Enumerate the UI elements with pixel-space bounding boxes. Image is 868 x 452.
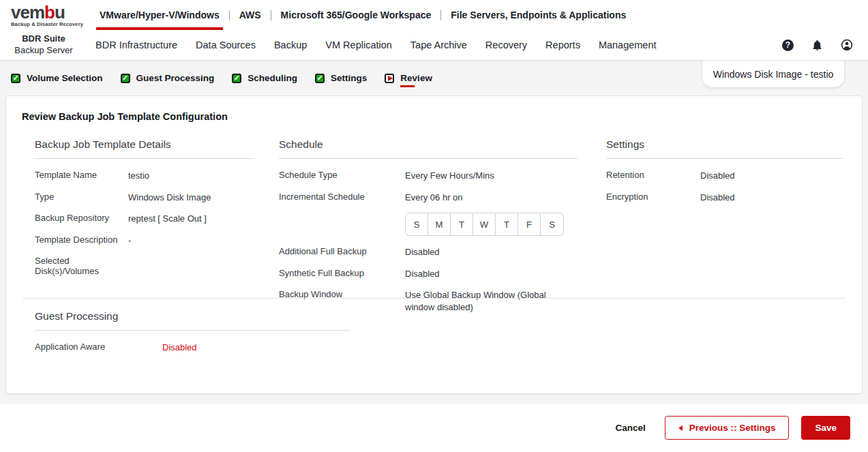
page-root: vembu Backup & Disaster Recovery VMware/… — [0, 0, 868, 452]
day-wednesday: W — [473, 213, 496, 235]
logo-text: vem — [11, 2, 44, 22]
nav-separator — [440, 10, 441, 20]
day-saturday: S — [541, 213, 563, 235]
footer-actions: Cancel Previous :: Settings Save — [0, 404, 868, 452]
vembu-wordmark: vembu — [11, 3, 91, 21]
step-label: Scheduling — [248, 73, 297, 83]
field-label: Synthetic Full Backup — [279, 268, 405, 278]
play-icon — [385, 74, 394, 83]
field-value: Disabled — [700, 192, 735, 204]
section-heading: Backup Job Template Details — [35, 138, 254, 159]
day-monday: M — [428, 213, 451, 235]
nav-management[interactable]: Management — [599, 40, 657, 50]
top-nav-vmware-hyperv-windows[interactable]: VMware/Hyper-V/Windows — [100, 0, 220, 30]
job-tab[interactable]: Windows Disk Image - testio — [702, 61, 845, 88]
nav-vm-replication[interactable]: VM Replication — [325, 40, 392, 50]
product-suite-label: BDR Suite — [11, 33, 76, 45]
checkmark-icon — [232, 74, 241, 83]
main-nav: BDR Infrastructure Data Sources Backup V… — [95, 40, 657, 50]
section-schedule: Schedule Schedule Type Every Few Hours/M… — [279, 138, 578, 322]
section-heading: Settings — [606, 138, 843, 159]
field-value: testio — [128, 170, 149, 182]
settings-row-encryption: Encryption Disabled — [606, 192, 843, 204]
checkmark-icon — [11, 74, 20, 83]
field-label: Application Aware — [35, 342, 162, 352]
day-sunday: S — [406, 213, 428, 235]
previous-button-label: Previous :: Settings — [689, 423, 776, 433]
section-guest-processing: Guest Processing Application Aware Disab… — [35, 310, 350, 363]
week-days-strip: S M T W T F S — [405, 213, 564, 236]
top-nav-microsoft365-google-workspace[interactable]: Microsoft 365/Google Workspace — [281, 0, 432, 30]
field-value: Disabled — [700, 170, 735, 182]
field-label: Additional Full Backup — [279, 246, 405, 256]
header-icons — [782, 39, 853, 51]
nav-separator — [271, 10, 271, 20]
schedule-row-incremental: Incremental Schedule Every 06 hr on — [279, 192, 578, 204]
field-label: Template Description — [35, 235, 128, 245]
field-value: Every 06 hr on — [405, 192, 463, 204]
field-value: Disabled — [405, 246, 440, 258]
step-label: Settings — [331, 73, 367, 83]
review-columns: Backup Job Template Details Template Nam… — [6, 138, 862, 298]
wizard-steps: Volume Selection Guest Processing Schedu… — [5, 61, 863, 95]
field-value: Windows Disk Image — [128, 192, 211, 204]
detail-row-backup-repository: Backup Repository reptest [ Scale Out ] — [35, 213, 254, 225]
notifications-bell-icon[interactable] — [811, 40, 823, 51]
vembu-logo[interactable]: vembu Backup & Disaster Recovery — [11, 3, 91, 27]
previous-settings-button[interactable]: Previous :: Settings — [665, 416, 790, 440]
nav-separator — [229, 10, 230, 20]
step-scheduling[interactable]: Scheduling — [232, 73, 297, 83]
checkmark-icon — [121, 74, 130, 83]
field-value: Every Few Hours/Mins — [405, 170, 494, 182]
product-name[interactable]: BDR Suite Backup Server — [11, 33, 76, 57]
field-label: Schedule Type — [279, 170, 405, 180]
main-header: BDR Suite Backup Server BDR Infrastructu… — [0, 30, 868, 61]
review-card: Review Backup Job Template Configuration… — [5, 95, 863, 394]
logo-text-accent: b — [44, 2, 55, 22]
day-friday: F — [518, 213, 541, 235]
nav-backup[interactable]: Backup — [274, 40, 307, 50]
nav-bdr-infrastructure[interactable]: BDR Infrastructure — [95, 40, 177, 50]
field-value: reptest [ Scale Out ] — [128, 213, 207, 225]
detail-row-template-description: Template Description - — [35, 235, 254, 247]
step-guest-processing[interactable]: Guest Processing — [121, 73, 215, 83]
nav-tape-archive[interactable]: Tape Archive — [410, 40, 467, 50]
schedule-row-additional-full-backup: Additional Full Backup Disabled — [279, 246, 578, 258]
section-template-details: Backup Job Template Details Template Nam… — [35, 138, 254, 286]
section-divider — [23, 298, 845, 299]
nav-recovery[interactable]: Recovery — [485, 40, 527, 50]
checkmark-icon — [315, 74, 325, 83]
field-label: Retention — [606, 170, 700, 180]
field-value: Disabled — [405, 268, 440, 280]
detail-row-template-name: Template Name testio — [35, 170, 254, 182]
field-label: Template Name — [35, 170, 128, 180]
top-nav-aws[interactable]: AWS — [239, 0, 261, 30]
detail-row-type: Type Windows Disk Image — [35, 192, 254, 204]
step-volume-selection[interactable]: Volume Selection — [11, 73, 103, 83]
save-button[interactable]: Save — [801, 416, 850, 440]
field-label: Type — [35, 192, 128, 202]
top-nav-file-servers-endpoints-applications[interactable]: File Servers, Endpoints & Applications — [451, 0, 626, 30]
nav-reports[interactable]: Reports — [545, 40, 580, 50]
content-band: Volume Selection Guest Processing Schedu… — [0, 61, 868, 404]
field-label: Encryption — [606, 192, 700, 202]
logo-text: u — [55, 2, 65, 22]
step-label: Guest Processing — [136, 73, 215, 83]
nav-data-sources[interactable]: Data Sources — [196, 40, 256, 50]
schedule-row-synthetic-full-backup: Synthetic Full Backup Disabled — [279, 268, 578, 280]
field-value: - — [128, 235, 131, 247]
guest-row-application-aware: Application Aware Disabled — [35, 342, 350, 354]
day-tuesday: T — [451, 213, 473, 235]
field-label: Backup Repository — [35, 213, 128, 223]
previous-arrow-icon — [678, 425, 683, 431]
field-value-disabled: Disabled — [162, 342, 197, 354]
step-settings[interactable]: Settings — [315, 73, 367, 83]
step-label: Review — [400, 73, 432, 83]
cancel-button[interactable]: Cancel — [615, 423, 645, 433]
job-tab-label: Windows Disk Image - testio — [713, 69, 834, 80]
page-title: Review Backup Job Template Configuration — [22, 111, 228, 122]
user-account-icon[interactable] — [841, 39, 853, 51]
help-icon[interactable] — [782, 40, 794, 51]
step-review[interactable]: Review — [385, 73, 432, 83]
section-settings: Settings Retention Disabled Encryption D… — [606, 138, 843, 213]
